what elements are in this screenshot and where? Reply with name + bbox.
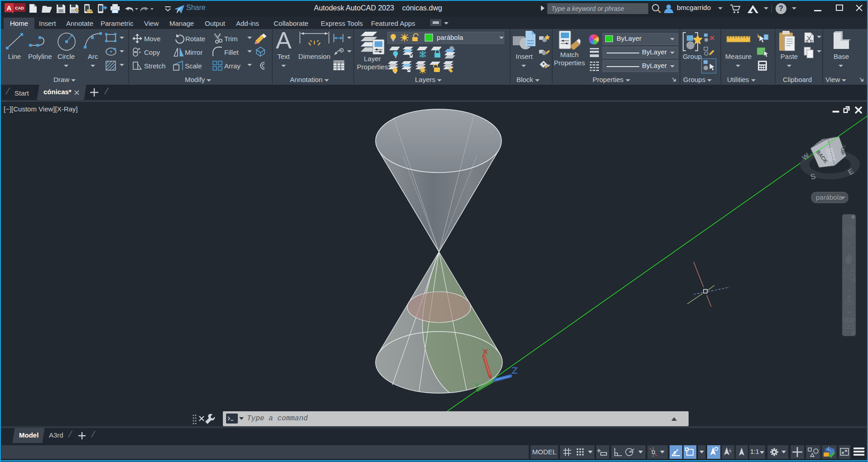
svg-text:parábola: parábola (816, 193, 843, 201)
svg-text:CAD: CAD (15, 6, 24, 10)
svg-text:A: A (7, 4, 12, 12)
